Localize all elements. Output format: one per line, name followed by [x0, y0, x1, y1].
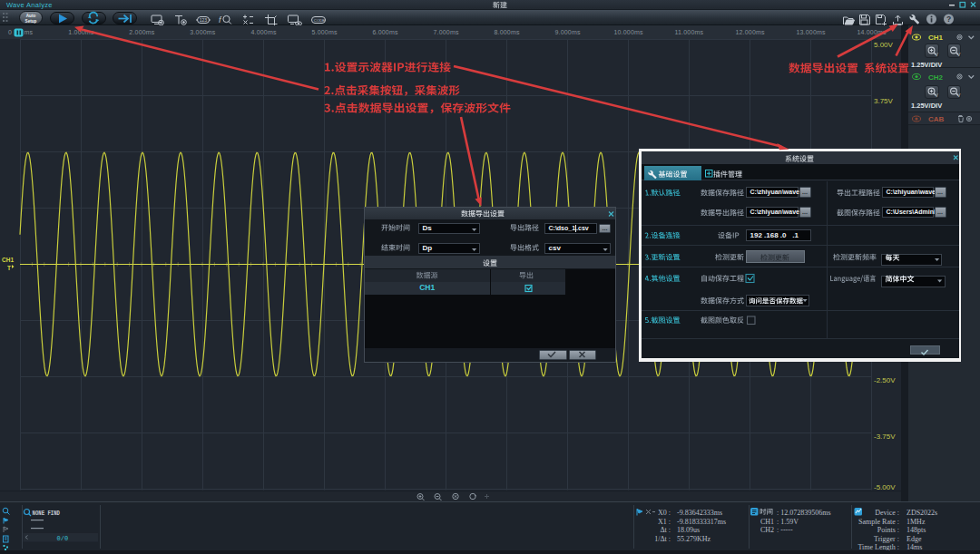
svg-text:CH1: CH1	[2, 257, 14, 263]
svg-text:123: 123	[200, 17, 208, 23]
svg-text:NONE FIND: NONE FIND	[33, 510, 61, 517]
svg-text:?: ?	[946, 15, 951, 24]
svg-text:-3.75V: -3.75V	[874, 433, 896, 441]
svg-text:3.75V: 3.75V	[874, 97, 894, 105]
svg-text:0/0: 0/0	[57, 535, 69, 542]
svg-text:f: f	[219, 15, 222, 24]
svg-text:T: T	[7, 265, 11, 271]
svg-text:CODE: CODE	[314, 18, 326, 23]
svg-text:5.00V: 5.00V	[874, 41, 894, 49]
svg-text:-2.50V: -2.50V	[874, 376, 896, 384]
